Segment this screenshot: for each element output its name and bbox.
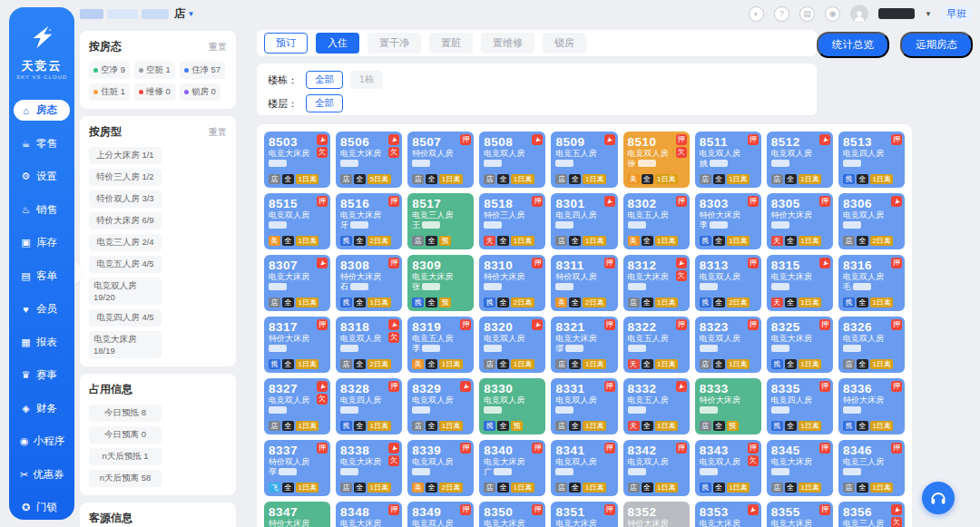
filter-tag[interactable]: 维修 0 [134,83,175,101]
room-card-8320[interactable]: 8320电竞双人房➤店全1日离 [479,317,545,373]
room-card-8508[interactable]: 8508电竞双人房➤店全1日离 [479,132,545,188]
room-card-8515[interactable]: 8515电竞双人房押美全1日离 [264,193,330,249]
room-card-8322[interactable]: 8322电竞五人房押天全1日离 [623,317,690,373]
sidebar-item-库存[interactable]: ▣库存 [14,232,70,253]
room-card-8352[interactable]: 8352特价大床房 [623,502,690,527]
room-card-8351[interactable]: 8351电竞大床房押店全1日离 [551,502,617,527]
sidebar-item-会员[interactable]: ♥会员 [14,298,70,319]
notes-icon[interactable]: ◐ [749,6,764,22]
远期房态-button[interactable]: 远期房态 [900,32,973,58]
user-caret-icon[interactable]: ▼ [925,10,932,18]
room-card-8506[interactable]: 8506电竞大床房➤欠店全5日离 [336,132,402,188]
miniprogram-icon[interactable]: ◉ [825,6,840,22]
filter-tag[interactable]: 空脏 1 [134,62,175,79]
sidebar-item-赛事[interactable]: ♛赛事 [14,365,70,385]
filter-tag[interactable]: 电竞双人房 19/20 [89,278,162,305]
room-card-8330[interactable]: 8330电竞双人房携全预 [479,378,545,434]
sidebar-item-客单[interactable]: ▤客单 [14,266,70,287]
room-card-8341[interactable]: 8341电竞双人房押店全1日离 [551,440,617,496]
room-card-8355[interactable]: 8355电竞大床房押店全1日离 [767,502,833,527]
预订-button[interactable]: 预订 [264,33,308,54]
room-card-8301[interactable]: 8301电竞四人房➤店全1日离 [551,193,617,249]
sidebar-item-房态[interactable]: ⌂房态 [14,100,70,121]
room-card-8302[interactable]: 8302电竞五人房押美全1日离 [623,193,690,249]
help-icon[interactable]: ? [774,6,789,22]
room-card-8356[interactable]: 8356电竞三人房➤欠店全1日离 [838,502,905,527]
room-card-8339[interactable]: 8339电竞双人房押美全2日离 [407,440,474,496]
filter-tag[interactable]: 今日预抵 8 [89,405,162,422]
room-card-8348[interactable]: 8348电竞大床房押店全1日离 [336,502,402,527]
avatar[interactable] [850,5,868,23]
room-card-8307[interactable]: 8307电竞大床房➤店全1日离 [264,255,330,311]
room-card-8350[interactable]: 8350电竞大床房押店全1日离 [479,502,545,527]
room-card-8308[interactable]: 8308特价大床房石押携全1日离 [336,255,402,311]
filter-tag[interactable]: 今日预离 0 [89,426,162,444]
room-card-8518[interactable]: 8518特价三人房押天全1日离 [479,193,545,249]
room-card-8315[interactable]: 8315电竞大床房➤天全1日离 [767,255,833,311]
room-card-8349[interactable]: 8349电竞双人房押美全2日离 [407,502,474,527]
sidebar-item-报表[interactable]: ▦报表 [14,332,70,353]
room-card-8311[interactable]: 8311特价双人房押美全2日离 [551,255,617,311]
room-card-8303[interactable]: 8303特价大床房李押携全1日离 [695,193,761,249]
room-card-8328[interactable]: 8328电竞四人房押携全1日离 [336,378,402,434]
room-card-8327[interactable]: 8327电竞双人房➤欠店全1日离 [264,378,330,434]
filter-tag[interactable]: 电竞四人房 4/5 [89,309,162,327]
store-selector[interactable]: 店 [174,6,186,22]
room-card-8507[interactable]: 8507特价双人房押店全1日离 [407,132,474,188]
filter-tag[interactable]: 上分大床房 1/1 [89,147,162,164]
room-card-8321[interactable]: 8321电竞大床房缪押店全1日离 [551,317,617,373]
filter-tag[interactable]: 住脏 1 [89,83,130,101]
room-card-8317[interactable]: 8317特价大床房押携全1日离 [264,317,330,373]
filter-tag[interactable]: 住净 57 [180,62,225,79]
置脏-button[interactable]: 置脏 [429,33,473,54]
room-card-8517[interactable]: 8517电竞三人房王店全预 [407,193,474,249]
sidebar-item-优惠券[interactable]: ✂优惠券 [14,464,70,485]
room-card-8325[interactable]: 8325电竞大床房押携全1日离 [767,317,833,373]
username-redacted[interactable] [878,8,915,19]
support-headset-button[interactable] [922,482,955,514]
filter-tag[interactable]: 特价三人房 1/2 [89,169,162,186]
锁房-button[interactable]: 锁房 [543,33,586,54]
入住-button[interactable]: 入住 [316,33,359,54]
统计总览-button[interactable]: 统计总览 [817,32,889,58]
room-card-8331[interactable]: 8331电竞双人房押店全1日离 [551,378,617,434]
room-card-8512[interactable]: 8512电竞双人房➤店全1日离 [767,132,833,188]
filter-tag[interactable]: 锁房 0 [180,83,220,101]
sidebar-item-财务[interactable]: ◈财务 [14,398,70,419]
room-card-8510[interactable]: 8510电竞双人房徐押欠美全1日离 [623,132,690,188]
room-card-8329[interactable]: 8329电竞双人房➤店全1日离 [407,378,474,434]
room-card-8511[interactable]: 8511电竞双人房姚押店全1日离 [695,132,761,188]
room-card-8503[interactable]: 8503电竞大床房➤欠店全1日离 [264,132,330,188]
filter-tag[interactable]: 电竞大床房 18/19 [89,331,162,358]
sidebar-item-销售[interactable]: ♨销售 [14,200,70,220]
room-card-8345[interactable]: 8345电竞大床房押店全1日离 [767,440,833,496]
room-card-8337[interactable]: 8337特价双人房孪押飞全1日离 [264,440,330,496]
置干净-button[interactable]: 置干净 [368,33,421,54]
room-card-8326[interactable]: 8326电竞双人房押店全1日离 [838,317,905,373]
room-card-8318[interactable]: 8318电竞双人房➤欠店全2日离 [336,317,402,373]
filter-tag[interactable]: 特价双人房 3/3 [89,190,162,208]
room-card-8306[interactable]: 8306电竞双人房➤店全2日离 [838,193,905,249]
置维修-button[interactable]: 置维修 [481,33,534,54]
room-card-8313[interactable]: 8313电竞双人房押携全2日离 [695,255,761,311]
building-chip-1栋[interactable]: 1栋 [350,71,383,89]
room-card-8347[interactable]: 8347特价大床房店全预 [264,502,330,527]
room-card-8312[interactable]: 8312电竞大床房➤欠店全1日离 [623,255,690,311]
room-card-8340[interactable]: 8340电竞大床房广押店全1日离 [479,440,545,496]
room-card-8335[interactable]: 8335电竞四人房押携全1日离 [767,378,833,434]
building-chip-全部[interactable]: 全部 [306,71,343,89]
room-card-8305[interactable]: 8305特价大床房押天全1日离 [767,193,833,249]
sidebar-item-门锁[interactable]: ✪门锁 [14,497,70,518]
room-card-8513[interactable]: 8513电竞四人房押携全1日离 [838,132,905,188]
room-card-8343[interactable]: 8343电竞双人房押欠携全1日离 [695,440,761,496]
filter-tag[interactable]: 电竞五人房 4/5 [89,256,162,273]
filter-tag[interactable]: 电竞三人房 2/4 [89,234,162,251]
filter-tag[interactable]: n天后预抵 1 [89,448,162,465]
sidebar-item-零售[interactable]: ☕零售 [14,133,70,154]
filter-tag[interactable]: 空净 9 [89,62,130,79]
room-card-8338[interactable]: 8338电竞大床房➤欠店全1日离 [336,440,402,496]
room-card-8332[interactable]: 8332电竞五人房➤天全1日离 [623,378,690,434]
reset-link[interactable]: 重置 [209,126,227,139]
document-icon[interactable]: ▤ [799,6,815,22]
reset-link[interactable]: 重置 [209,41,227,54]
